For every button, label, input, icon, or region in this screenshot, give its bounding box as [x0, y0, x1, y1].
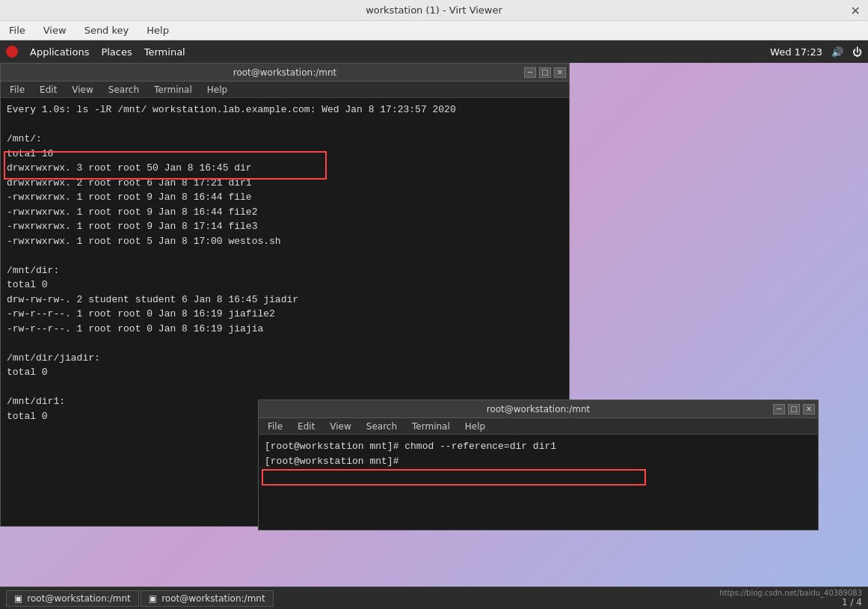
terminal1-line-17: /mnt/dir/jiadir:	[7, 351, 563, 366]
volume-icon[interactable]: 🔊	[831, 46, 843, 58]
taskbar-left-section: Applications Places Terminal	[6, 46, 185, 58]
t2-menu-view[interactable]: View	[327, 420, 354, 433]
terminal1-line-18: total 0	[7, 365, 563, 380]
terminal1-line-4: drwxrwxrwx. 3 root root 50 Jan 8 16:45 d…	[7, 161, 563, 176]
terminal1-line-19	[7, 380, 563, 395]
terminal1-line-5: drwxrwxrwx. 2 root root 6 Jan 8 17:21 di…	[7, 176, 563, 191]
virt-viewer-menubar: File View Send key Help	[0, 21, 868, 40]
terminal1-line-14: -rw-r--r--. 1 root root 0 Jan 8 16:19 ji…	[7, 307, 563, 322]
watermark-text: https://blog.csdn.net/baidu_40389083	[719, 589, 862, 597]
terminal-small-icon-2: ▣	[149, 593, 157, 604]
t1-menu-search[interactable]: Search	[105, 83, 142, 97]
statusbar-label-2: root@workstation:/mnt	[161, 593, 265, 604]
fedora-icon	[6, 46, 18, 58]
terminal1-line-0: Every 1.0s: ls -lR /mnt/ workstation.lab…	[7, 102, 563, 117]
datetime-display: Wed 17:23	[770, 46, 822, 58]
applications-menu[interactable]: Applications	[30, 46, 89, 58]
terminal-menu[interactable]: Terminal	[144, 46, 185, 58]
terminal1-line-6: -rwxrwxrwx. 1 root root 9 Jan 8 16:44 fi…	[7, 190, 563, 205]
t1-menu-file[interactable]: File	[7, 83, 28, 97]
t2-menu-terminal[interactable]: Terminal	[409, 420, 453, 433]
terminal-window-2: root@workstation:/mnt ─ □ ✕ File Edit Vi…	[258, 400, 819, 530]
terminal2-line-0: [root@workstation mnt]# chmod --referenc…	[265, 439, 812, 454]
top-taskbar: Applications Places Terminal Wed 17:23 🔊…	[0, 40, 868, 63]
terminal1-line-7: -rwxrwxrwx. 1 root root 9 Jan 8 16:44 fi…	[7, 205, 563, 220]
terminal2-menubar: File Edit View Search Terminal Help	[259, 418, 818, 435]
terminal1-menubar: File Edit View Search Terminal Help	[1, 82, 569, 98]
terminal2-content[interactable]: [root@workstation mnt]# chmod --referenc…	[259, 435, 818, 530]
places-menu[interactable]: Places	[101, 46, 132, 58]
statusbar-item-1[interactable]: ▣ root@workstation:/mnt	[6, 590, 139, 607]
terminal1-line-15: -rw-r--r--. 1 root root 0 Jan 8 16:19 ji…	[7, 322, 563, 337]
t2-menu-file[interactable]: File	[265, 420, 286, 433]
close-button[interactable]: ✕	[851, 3, 861, 17]
power-icon[interactable]: ⏻	[852, 46, 862, 58]
statusbar-label-1: root@workstation:/mnt	[27, 593, 130, 604]
t2-menu-help[interactable]: Help	[462, 420, 488, 433]
status-bar: ▣ root@workstation:/mnt ▣ root@workstati…	[0, 587, 868, 609]
t1-menu-help[interactable]: Help	[204, 83, 230, 97]
t2-menu-edit[interactable]: Edit	[295, 420, 318, 433]
terminal1-line-1	[7, 117, 563, 132]
terminal1-maximize[interactable]: □	[539, 67, 551, 78]
t2-menu-search[interactable]: Search	[363, 420, 400, 433]
terminal1-line-8: -rwxrwxrwx. 1 root root 9 Jan 8 17:14 fi…	[7, 219, 563, 234]
statusbar-right: https://blog.csdn.net/baidu_40389083 1 /…	[719, 589, 862, 608]
terminal1-line-9: -rwxrwxrwx. 1 root root 5 Jan 8 17:00 we…	[7, 234, 563, 249]
menu-help[interactable]: Help	[144, 23, 172, 37]
statusbar-item-2[interactable]: ▣ root@workstation:/mnt	[141, 590, 274, 607]
taskbar-right-section: Wed 17:23 🔊 ⏻	[770, 46, 862, 58]
terminal2-title: root@workstation:/mnt	[487, 404, 590, 414]
menu-file[interactable]: File	[6, 23, 28, 37]
terminal2-line-1: [root@workstation mnt]#	[265, 454, 812, 469]
terminal1-line-12: total 0	[7, 278, 563, 293]
terminal-small-icon-1: ▣	[14, 593, 22, 604]
main-content-area: root@workstation:/mnt ─ □ ✕ File Edit Vi…	[0, 63, 868, 587]
terminal2-maximize[interactable]: □	[788, 404, 800, 414]
highlight-box-chmod	[262, 469, 646, 486]
t1-menu-edit[interactable]: Edit	[37, 83, 60, 97]
terminal1-minimize[interactable]: ─	[524, 67, 536, 78]
page-number: 1 / 4	[842, 597, 862, 608]
terminal2-close[interactable]: ✕	[803, 404, 815, 414]
terminal1-controls: ─ □ ✕	[524, 67, 566, 78]
terminal2-minimize[interactable]: ─	[773, 404, 785, 414]
menu-sendkey[interactable]: Send key	[81, 23, 132, 37]
t1-menu-view[interactable]: View	[69, 83, 96, 97]
terminal1-line-10	[7, 248, 563, 263]
terminal1-title: root@workstation:/mnt	[233, 67, 336, 78]
terminal1-line-3: total 16	[7, 147, 563, 162]
t1-menu-terminal[interactable]: Terminal	[151, 83, 195, 97]
window-title: workstation (1) - Virt Viewer	[366, 4, 502, 16]
terminal1-line-13: drw-rw-rw-. 2 student student 6 Jan 8 16…	[7, 293, 563, 307]
terminal1-titlebar: root@workstation:/mnt ─ □ ✕	[1, 64, 569, 82]
menu-view[interactable]: View	[40, 23, 70, 37]
terminal2-controls: ─ □ ✕	[773, 404, 815, 414]
terminal1-line-2: /mnt/:	[7, 132, 563, 147]
virt-viewer-titlebar: workstation (1) - Virt Viewer ✕	[0, 0, 868, 21]
terminal1-line-16	[7, 336, 563, 351]
terminal1-close[interactable]: ✕	[554, 67, 566, 78]
terminal2-titlebar: root@workstation:/mnt ─ □ ✕	[259, 400, 818, 418]
terminal1-line-11: /mnt/dir:	[7, 263, 563, 278]
